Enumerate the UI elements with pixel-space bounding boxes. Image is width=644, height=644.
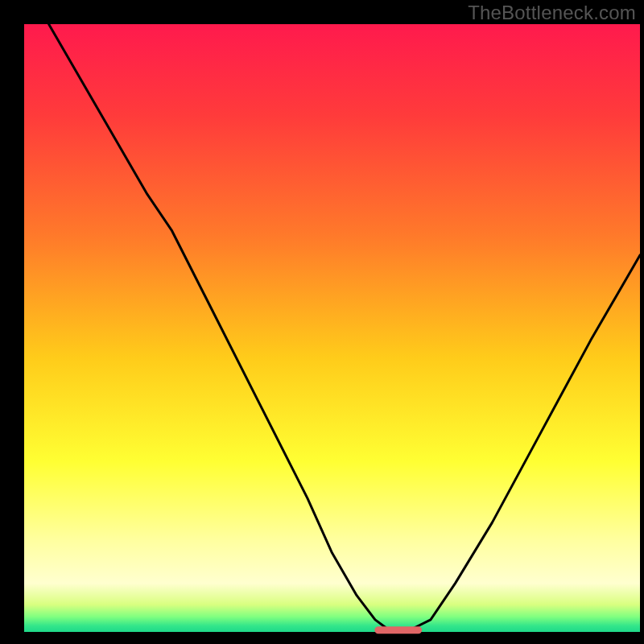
watermark-text: TheBottleneck.com [468,2,636,24]
plot-background [24,24,640,632]
chart-frame: TheBottleneck.com [0,0,644,644]
chart-svg [0,0,644,644]
